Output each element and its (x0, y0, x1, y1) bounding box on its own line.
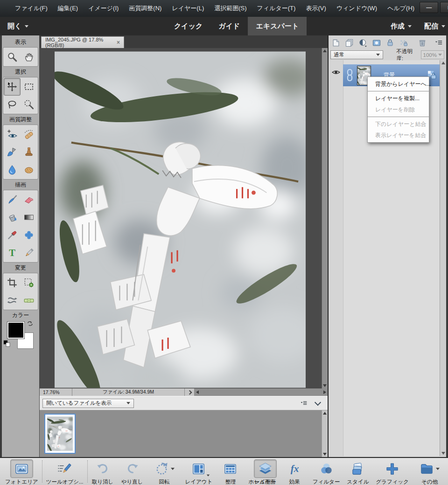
share-button[interactable]: 配信 (424, 17, 445, 35)
opacity-dropdown[interactable]: 100% (421, 50, 444, 59)
menu-item[interactable]: 選択範囲(S) (209, 4, 252, 13)
healing-brush-tool-button[interactable] (21, 125, 37, 143)
context-menu-item[interactable]: レイヤーを複製... (368, 93, 429, 104)
recompose-tool-button[interactable] (21, 274, 37, 291)
blend-mode-dropdown[interactable]: 通常 (330, 50, 383, 59)
menu-item[interactable]: ウィンドウ(W) (331, 4, 382, 13)
taskbar-styles[interactable]: スタイル (343, 459, 372, 485)
taskbar-redo[interactable]: やり直し (118, 459, 147, 485)
menu-item[interactable]: 編集(E) (53, 4, 83, 13)
canvas-vertical-scrollbar[interactable] (322, 48, 328, 388)
taskbar-separator (42, 460, 42, 483)
adjustment-layer-button[interactable] (358, 38, 368, 48)
menu-item[interactable]: イメージ(I) (83, 4, 124, 13)
blur-tool-button[interactable] (4, 161, 21, 179)
scroll-up-icon[interactable] (323, 412, 327, 415)
document-tab[interactable]: IMG_2045.JPG @ 17.8%(RGB/8) × (41, 36, 124, 48)
brush-tool-button[interactable] (4, 191, 21, 208)
visibility-column (329, 60, 343, 456)
hand-tool-button[interactable] (21, 48, 37, 66)
taskbar-graphics[interactable]: グラフィック (372, 459, 412, 485)
open-button[interactable]: 開く (7, 17, 28, 35)
pencil-tool-button[interactable] (21, 244, 37, 262)
menu-item[interactable]: ヘルプ(H) (382, 4, 420, 13)
minimize-button[interactable]: — (420, 2, 438, 13)
layer-mask-button[interactable] (371, 38, 381, 48)
new-layer-icon (331, 38, 341, 48)
context-menu-separator (368, 91, 429, 91)
type-tool-button[interactable]: T (4, 244, 21, 262)
taskbar-rotate[interactable]: 回転 (147, 459, 182, 485)
crop-tool-button[interactable] (4, 274, 21, 291)
taskbar-layout[interactable]: レイアウト (182, 459, 216, 485)
red-eye-tool-button[interactable] (4, 125, 21, 143)
lasso-tool-button[interactable] (4, 96, 21, 113)
menu-item[interactable]: フィルター(T) (252, 4, 301, 13)
maximize-button[interactable]: □ (440, 2, 448, 13)
mode-tab[interactable]: クイック (166, 17, 210, 35)
menu-item[interactable]: レイヤー(L) (167, 4, 209, 13)
gradient-tool-button[interactable] (21, 208, 37, 226)
taskbar-undo[interactable]: 取り消し (88, 459, 118, 485)
eraser-tool-button[interactable] (21, 191, 37, 208)
canvas-area[interactable] (40, 48, 322, 388)
context-menu-item[interactable]: 背景からレイヤーへ... (368, 78, 429, 90)
taskbar-tool-options[interactable]: ツールオプシ... (43, 459, 87, 485)
mode-tab[interactable]: ガイド (210, 17, 248, 35)
new-layer-button[interactable] (331, 38, 341, 48)
scroll-down-icon[interactable] (323, 453, 327, 456)
scroll-up-icon[interactable] (441, 62, 445, 64)
taskbar-label: その他 (421, 478, 438, 485)
menu-item[interactable]: 表示(V) (301, 4, 331, 13)
eyedropper-tool-button[interactable] (4, 226, 21, 244)
lock-transparency-button[interactable] (399, 38, 408, 48)
zoom-tool-button[interactable] (4, 48, 21, 66)
scroll-right-icon[interactable] (323, 390, 326, 394)
photo-bin (40, 410, 328, 457)
foreground-color-swatch[interactable] (7, 321, 25, 339)
lock-all-button[interactable] (385, 38, 395, 48)
panel-menu-button[interactable] (434, 38, 443, 48)
create-button[interactable]: 作成 (391, 17, 412, 35)
mode-tab[interactable]: エキスパート (248, 17, 307, 35)
taskbar-effects[interactable]: fx効果 (280, 459, 309, 485)
move-tool-button[interactable] (4, 78, 21, 96)
collapse-bin-icon[interactable] (315, 399, 321, 405)
swap-colors-icon[interactable] (27, 320, 34, 327)
zoom-level[interactable]: 17.76% (40, 388, 72, 396)
marquee-tool-button[interactable] (21, 78, 37, 96)
scroll-up-icon[interactable] (323, 49, 327, 52)
status-expand-button[interactable] (185, 388, 195, 396)
paint-bucket-tool-button[interactable] (4, 208, 21, 226)
delete-layer-button[interactable] (417, 38, 427, 48)
photo-bin-thumbnail[interactable] (44, 414, 76, 454)
layer-visibility-eye-icon[interactable] (331, 69, 341, 76)
scroll-down-icon[interactable] (323, 384, 327, 387)
menu-item[interactable]: ファイル(F) (10, 4, 53, 13)
clone-stamp-tool-button[interactable] (21, 143, 37, 161)
scroll-down-icon[interactable] (441, 452, 445, 455)
menu-item[interactable]: 画質調整(N) (124, 4, 167, 13)
taskbar-photo-bin[interactable]: フォトエリア (2, 459, 42, 485)
panel-menu-button[interactable] (300, 399, 308, 408)
canvas-horizontal-scrollbar[interactable] (195, 388, 328, 396)
taskbar-more[interactable]: その他 (412, 459, 447, 485)
file-size-info[interactable]: ファイル: 34.9M/34.9M (72, 388, 185, 396)
default-colors-icon[interactable] (3, 340, 11, 347)
tool-group (3, 77, 38, 114)
taskbar-layers[interactable]: レイヤー (251, 459, 280, 485)
sponge-tool-button[interactable] (21, 161, 37, 179)
quick-selection-tool-button[interactable] (21, 96, 37, 113)
shape-tool-button[interactable] (21, 226, 37, 244)
taskbar-filters[interactable]: フィルター (309, 459, 343, 485)
duplicate-layer-button[interactable] (344, 38, 354, 48)
content-move-tool-button[interactable] (4, 291, 21, 309)
close-tab-icon[interactable]: × (117, 39, 120, 46)
layers-scrollbar[interactable] (440, 60, 446, 456)
photo-bin-filter-dropdown[interactable]: 開いているファイルを表示 (42, 399, 134, 408)
smart-brush-tool-button[interactable] (4, 143, 21, 161)
scroll-left-icon[interactable] (196, 390, 199, 394)
straighten-tool-button[interactable] (21, 291, 37, 309)
photo-bin-scrollbar[interactable] (322, 410, 328, 457)
taskbar-organizer[interactable]: 整理 (216, 459, 245, 485)
